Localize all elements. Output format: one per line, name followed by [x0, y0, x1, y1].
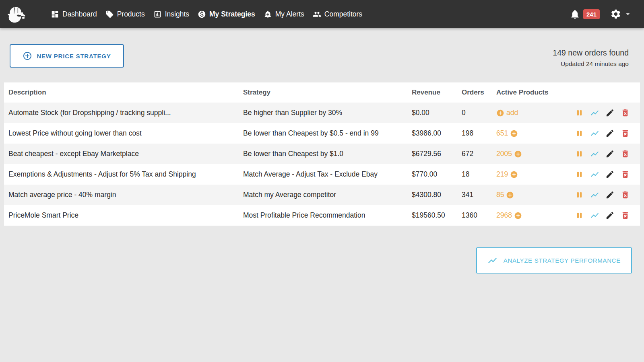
delete-strategy-button[interactable] — [621, 190, 630, 200]
trend-line-icon — [590, 129, 599, 138]
header-strategy: Strategy — [239, 88, 407, 97]
orders-cell: 1360 — [457, 211, 492, 220]
chevron-down-icon — [624, 10, 632, 18]
nav-item-competitors[interactable]: Competitors — [313, 10, 362, 19]
table-body: Automate Stock (for Dropshipping / track… — [4, 103, 640, 226]
nav-item-label: Competitors — [324, 10, 362, 19]
pause-strategy-button[interactable] — [575, 108, 584, 117]
edit-strategy-button[interactable] — [605, 129, 615, 138]
trend-line-icon — [487, 255, 497, 265]
pause-strategy-button[interactable] — [575, 149, 584, 158]
trash-icon — [621, 190, 630, 200]
pencil-icon — [605, 190, 615, 200]
strategy-performance-button[interactable] — [590, 108, 599, 117]
orders-cell: 341 — [457, 191, 492, 199]
active-products-link[interactable]: add — [492, 109, 562, 117]
strategy-performance-button[interactable] — [590, 170, 599, 179]
new-price-strategy-button[interactable]: NEW PRICE STRATEGY — [10, 44, 124, 68]
nav-item-products[interactable]: Products — [105, 10, 145, 19]
edit-strategy-button[interactable] — [605, 149, 615, 158]
nav-item-my-strategies[interactable]: My Strategies — [198, 10, 255, 19]
strategies-table: Description Strategy Revenue Orders Acti… — [4, 82, 640, 226]
settings-menu-button[interactable] — [610, 8, 632, 20]
pencil-icon — [605, 170, 615, 179]
notifications-button[interactable] — [570, 9, 580, 20]
pause-icon — [575, 190, 584, 200]
strategy-cell: Be lower than Cheapest by $0.5 - end in … — [239, 129, 407, 138]
orders-cell: 198 — [457, 129, 492, 138]
trend-line-icon — [590, 108, 599, 117]
strategy-performance-button[interactable] — [590, 129, 599, 138]
delete-strategy-button[interactable] — [621, 211, 630, 220]
plus-circle-icon — [506, 191, 514, 199]
bar-chart-icon — [153, 10, 162, 19]
orders-cell: 0 — [457, 109, 492, 117]
plus-circle-icon — [514, 150, 522, 158]
nav-item-label: Products — [117, 10, 145, 19]
row-actions — [562, 149, 640, 158]
strategy-row: Beat cheapest - except Ebay MarketplaceB… — [4, 144, 640, 164]
dollar-icon — [198, 10, 206, 19]
strategy-cell: Most Profitable Price Recommendation — [239, 211, 407, 220]
header-description: Description — [4, 88, 239, 97]
nav-item-my-alerts[interactable]: My Alerts — [264, 10, 304, 19]
trash-icon — [621, 170, 630, 179]
orders-cell: 672 — [457, 150, 492, 158]
notifications-count-badge: 241 — [583, 9, 600, 19]
nav-item-label: Dashboard — [62, 10, 97, 19]
pause-icon — [575, 108, 584, 117]
description-cell: Automate Stock (for Dropshipping / track… — [4, 109, 239, 117]
pause-strategy-button[interactable] — [575, 190, 584, 200]
header-active-products: Active Products — [492, 88, 562, 97]
edit-strategy-button[interactable] — [605, 108, 615, 117]
row-actions — [562, 108, 640, 117]
strategy-row: Automate Stock (for Dropshipping / track… — [4, 103, 640, 123]
edit-strategy-button[interactable] — [605, 211, 615, 220]
strategy-performance-button[interactable] — [590, 190, 599, 200]
pencil-icon — [605, 129, 615, 138]
active-products-value: 2005 — [496, 150, 512, 158]
active-products-value: 2968 — [496, 211, 512, 220]
footer-row: ANALYZE STRATEGY PERFORMANCE — [4, 247, 640, 274]
trash-icon — [621, 211, 630, 220]
delete-strategy-button[interactable] — [621, 129, 630, 138]
nav-item-insights[interactable]: Insights — [153, 10, 189, 19]
active-products-link[interactable]: 219 — [492, 170, 562, 179]
delete-strategy-button[interactable] — [621, 149, 630, 158]
top-navbar: DashboardProductsInsightsMy StrategiesMy… — [0, 0, 644, 28]
edit-strategy-button[interactable] — [605, 170, 615, 179]
last-updated-text: Updated 24 minutes ago — [553, 60, 629, 68]
orders-cell: 18 — [457, 170, 492, 179]
table-header-row: Description Strategy Revenue Orders Acti… — [4, 82, 640, 103]
row-actions — [562, 129, 640, 138]
pause-icon — [575, 149, 584, 158]
delete-strategy-button[interactable] — [621, 108, 630, 117]
description-cell: Lowest Price without going lower than co… — [4, 129, 239, 138]
trend-line-icon — [590, 211, 599, 220]
trash-icon — [621, 149, 630, 158]
pencil-icon — [605, 149, 615, 158]
edit-strategy-button[interactable] — [605, 190, 615, 200]
strategy-performance-button[interactable] — [590, 149, 599, 158]
delete-strategy-button[interactable] — [621, 170, 630, 179]
active-products-link[interactable]: 651 — [492, 129, 562, 138]
active-products-value: 651 — [496, 129, 508, 138]
pause-strategy-button[interactable] — [575, 129, 584, 138]
plus-circle-icon — [510, 130, 518, 138]
active-products-link[interactable]: 2005 — [492, 150, 562, 158]
strategy-performance-button[interactable] — [590, 211, 599, 220]
active-products-link[interactable]: 2968 — [492, 211, 562, 220]
analyze-strategy-performance-button[interactable]: ANALYZE STRATEGY PERFORMANCE — [476, 247, 632, 274]
new-price-strategy-label: NEW PRICE STRATEGY — [37, 53, 111, 60]
strategy-row: PriceMole Smart PriceMost Profitable Pri… — [4, 205, 640, 226]
active-products-link[interactable]: 85 — [492, 191, 562, 199]
nav-item-dashboard[interactable]: Dashboard — [51, 10, 97, 19]
main-content: NEW PRICE STRATEGY 149 new orders found … — [0, 44, 644, 274]
nav-item-label: My Strategies — [209, 10, 255, 19]
pause-strategy-button[interactable] — [575, 211, 584, 220]
pricemole-logo-icon[interactable] — [5, 3, 27, 25]
description-cell: Match average price - 40% margin — [4, 191, 239, 199]
description-cell: Beat cheapest - except Ebay Marketplace — [4, 150, 239, 158]
trend-line-icon — [590, 170, 599, 179]
pause-strategy-button[interactable] — [575, 170, 584, 179]
